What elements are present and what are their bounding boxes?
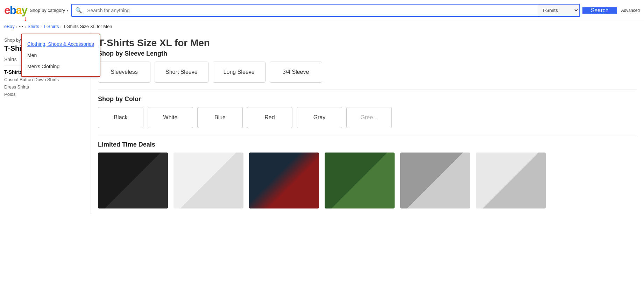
page-title: T-Shirts Size XL for Men (98, 37, 637, 49)
deal-image-3 (249, 153, 319, 208)
sleeve-option-34[interactable]: 3/4 Sleeve (270, 62, 322, 83)
shop-by-category-label: Shop by category (30, 8, 65, 13)
sleeve-section-title: Shop by Sleeve Length (98, 50, 637, 57)
sidebar-item-dress[interactable]: Dress Shirts (4, 83, 86, 91)
deals-section-title: Limited Time Deals (98, 141, 637, 148)
advanced-search-link[interactable]: Advanced (621, 8, 640, 13)
search-input[interactable] (86, 5, 538, 16)
sidebar-item-casual[interactable]: Casual Button-Down Shirts (4, 76, 86, 83)
deal-card-3[interactable] (249, 153, 319, 208)
breadcrumb-sep-2: › (25, 24, 26, 29)
shop-by-category-button[interactable]: Shop by category ▾ (30, 8, 68, 13)
deal-image-5 (400, 153, 470, 208)
breadcrumb-sep-3: › (41, 24, 42, 29)
breadcrumb-sep-4: › (61, 24, 62, 29)
color-grid: Black White Blue Red Gray Gree... (98, 107, 637, 128)
deal-image-2 (174, 153, 243, 208)
chevron-down-icon: ▾ (66, 8, 68, 12)
breadcrumb: ↓ eBay › ··· › Shirts › T-Shirts › T-Shi… (0, 21, 644, 32)
search-icon: 🔍 (72, 5, 86, 16)
divider-deals (98, 135, 637, 135)
color-option-green[interactable]: Gree... (346, 107, 392, 128)
deal-image-1 (98, 153, 168, 208)
sidebar-item-polos[interactable]: Polos (4, 91, 86, 98)
dropdown-item-men[interactable]: Men (22, 50, 100, 61)
breadcrumb-sep-1: › (16, 24, 17, 29)
color-option-gray[interactable]: Gray (297, 107, 342, 128)
color-section-title: Shop by Color (98, 95, 637, 103)
dropdown-item-mens-clothing[interactable]: Men's Clothing (22, 61, 100, 72)
color-option-blue[interactable]: Blue (197, 107, 243, 128)
color-option-black[interactable]: Black (98, 107, 143, 128)
deals-grid (98, 153, 637, 208)
sleeve-grid: Sleeveless Short Sleeve Long Sleeve 3/4 … (98, 62, 637, 83)
breadcrumb-tshirts[interactable]: T-Shirts (43, 24, 59, 29)
search-bar: 🔍 T-Shirts All Categories (71, 4, 580, 17)
deals-section: Limited Time Deals (98, 141, 637, 208)
sleeve-option-long[interactable]: Long Sleeve (213, 62, 266, 83)
deal-card-6[interactable] (476, 153, 546, 208)
deal-card-1[interactable] (98, 153, 168, 208)
divider-color (98, 90, 637, 90)
deal-image-6 (476, 153, 546, 208)
deal-card-2[interactable] (174, 153, 243, 208)
color-option-white[interactable]: White (148, 107, 193, 128)
dropdown-item-clothing[interactable]: Clothing, Shoes & Accessories (22, 38, 100, 50)
deal-card-5[interactable] (400, 153, 470, 208)
breadcrumb-dropdown: Clothing, Shoes & Accessories Men Men's … (21, 34, 100, 77)
breadcrumb-dots[interactable]: ··· (19, 24, 23, 29)
search-category-select[interactable]: T-Shirts All Categories (538, 5, 579, 16)
breadcrumb-ebay[interactable]: eBay (4, 24, 15, 29)
breadcrumb-current: T-Shirts Size XL for Men (63, 24, 112, 29)
search-button[interactable]: Search (582, 7, 617, 14)
header: ebay Shop by category ▾ 🔍 T-Shirts All C… (0, 0, 644, 21)
breadcrumb-shirts[interactable]: Shirts (28, 24, 39, 29)
red-arrow-indicator: ↓ (24, 15, 27, 23)
content-area: T-Shirts Size XL for Men Shop by Sleeve … (91, 32, 644, 214)
color-option-red[interactable]: Red (247, 107, 292, 128)
deal-image-4 (325, 153, 395, 208)
sleeve-option-sleeveless[interactable]: Sleeveless (98, 62, 150, 83)
sleeve-option-short[interactable]: Short Sleeve (155, 62, 208, 83)
deal-card-4[interactable] (325, 153, 395, 208)
